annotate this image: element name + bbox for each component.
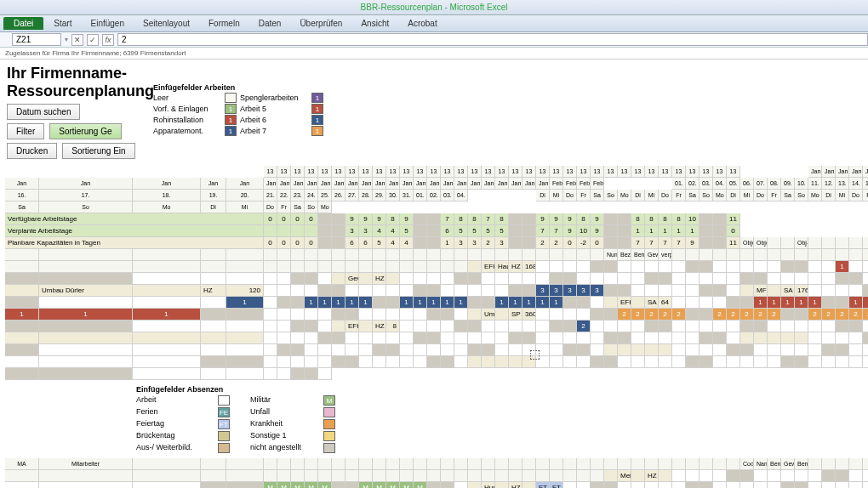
print-button[interactable]: Drucken [7, 143, 57, 159]
tab-data[interactable]: Daten [250, 17, 290, 30]
window-titlebar: BBR-Ressourcenplan - Microsoft Excel [0, 0, 868, 15]
legend-absenzen: Einfügefelder AbsenzenArbeitMilitärMFeri… [136, 385, 868, 453]
worksheet[interactable]: Zugelassen für Firma Ihr Firmenname; 639… [0, 48, 868, 488]
formula-input[interactable] [117, 33, 868, 46]
legend-arbeiten: Einfügefelder ArbeitenLeerSpenglerarbeit… [153, 83, 340, 136]
tab-pagelayout[interactable]: Seitenlayout [134, 17, 198, 30]
formula-bar: ▾ ✕ ✓ fx [0, 32, 868, 48]
resource-grid: 1313131313131313131313131313131313131313… [5, 166, 868, 380]
name-box[interactable] [12, 33, 61, 46]
accept-icon[interactable]: ✓ [87, 34, 99, 46]
mitarbeiter-grid: MAMitarbeiterCodeName / VornameBemerkung… [5, 458, 868, 488]
fx-icon[interactable]: fx [102, 34, 114, 46]
filter-button[interactable]: Filter [7, 123, 44, 139]
tab-formulas[interactable]: Formeln [200, 17, 248, 30]
sort-ein-button[interactable]: Sortierung Ein [62, 143, 134, 159]
tab-acrobat[interactable]: Acrobat [399, 17, 445, 30]
date-search-button[interactable]: Datum suchen [7, 104, 80, 120]
tab-insert[interactable]: Einfügen [82, 17, 132, 30]
window-title: BBR-Ressourcenplan - Microsoft Excel [361, 3, 508, 12]
tab-view[interactable]: Ansicht [352, 17, 397, 30]
file-tab[interactable]: Datei [3, 17, 43, 30]
tab-start[interactable]: Start [45, 17, 80, 30]
ribbon-tabs: Datei Start Einfügen Seitenlayout Formel… [0, 15, 868, 32]
permission-row: Zugelassen für Firma Ihr Firmenname; 639… [0, 48, 868, 60]
cancel-icon[interactable]: ✕ [71, 34, 83, 46]
sort-ge-button[interactable]: Sortierung Ge [49, 123, 121, 139]
tab-review[interactable]: Überprüfen [291, 17, 351, 30]
